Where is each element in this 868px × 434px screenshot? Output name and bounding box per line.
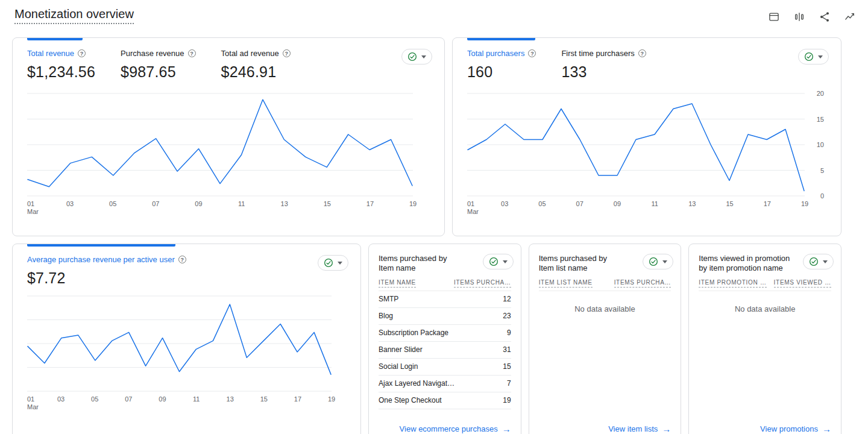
x-tick-label: 03 — [501, 200, 508, 208]
x-axis-labels: 01 Mar030507091113151719 — [467, 197, 826, 215]
comparison-icon — [793, 11, 805, 23]
table-header: ITEM LIST NAME ITEMS PURCHA… — [539, 279, 671, 291]
arrow-right-icon: → — [662, 424, 671, 433]
chevron-down-icon — [421, 55, 426, 58]
data-quality-indicator[interactable] — [803, 254, 834, 269]
help-icon[interactable] — [178, 256, 186, 263]
page-title: Monetization overview — [14, 7, 134, 24]
table-body: SMTP12 Blog23 Subscription Package9 Bann… — [379, 291, 511, 409]
selected-metric-indicator — [27, 38, 83, 40]
metric-tab-total-ad-revenue[interactable]: Total ad revenue $246.91 — [221, 49, 291, 81]
metric-value: $1,234.56 — [27, 63, 95, 81]
card-header: Items viewed in promotion by item promot… — [689, 244, 841, 273]
line-chart-plot — [467, 93, 805, 197]
check-circle-icon — [324, 258, 333, 268]
x-tick-label: 19 — [328, 395, 335, 403]
total-revenue-card: Total revenue $1,234.56 Purchase revenue… — [12, 37, 445, 236]
item-value: 9 — [507, 329, 511, 337]
x-tick-label: 03 — [57, 395, 64, 403]
selected-metric-indicator — [27, 244, 175, 247]
column-header-item-list-name[interactable]: ITEM LIST NAME — [539, 279, 593, 288]
y-tick-label: 10 — [817, 141, 824, 148]
data-quality-indicator[interactable] — [401, 49, 432, 64]
x-tick-label: 05 — [538, 200, 546, 208]
data-quality-indicator[interactable] — [643, 254, 673, 269]
column-header-item-name[interactable]: ITEM NAME — [379, 279, 416, 288]
view-promotions-link[interactable]: View promotions → — [760, 424, 831, 433]
metric-label-text: Total ad revenue — [221, 49, 279, 58]
item-name: SMTP — [379, 295, 398, 303]
table-row: Ajax Layered Navigat…7 — [379, 376, 511, 392]
help-icon[interactable] — [528, 49, 536, 57]
metric-label: Total purchasers — [467, 49, 536, 58]
x-tick-label: 13 — [688, 200, 696, 208]
help-icon[interactable] — [188, 49, 196, 57]
x-tick-label: 11 — [651, 200, 658, 208]
metric-label-text: Average purchase revenue per active user — [27, 255, 175, 264]
table-row: One Step Checkout19 — [379, 392, 511, 409]
avg-revenue-line-chart: 01 Mar030507091113151719 — [27, 295, 346, 410]
column-header-item-promotion[interactable]: ITEM PROMOTION … — [699, 279, 766, 288]
purchasers-line-chart: 20151050 01 Mar030507091113151719 — [467, 93, 826, 215]
help-icon[interactable] — [78, 49, 86, 57]
x-tick-label: 11 — [193, 395, 200, 403]
card-header: Items purchased by Item list name — [529, 244, 681, 273]
metric-tab-first-time-purchasers[interactable]: First time purchasers 133 — [561, 49, 646, 81]
metric-tabs: Average purchase revenue per active user… — [13, 244, 360, 287]
help-icon[interactable] — [283, 49, 291, 57]
metric-tabs: Total revenue $1,234.56 Purchase revenue… — [13, 38, 444, 81]
card-title-line: Items purchased by — [379, 254, 475, 263]
comparison-button[interactable] — [791, 8, 808, 25]
column-header-items-purchased[interactable]: ITEMS PURCHA… — [454, 279, 511, 288]
column-header-items-viewed[interactable]: ITEMS VIEWED … — [774, 279, 831, 288]
share-button[interactable] — [816, 8, 833, 25]
x-axis-labels: 01 Mar030507091113151719 — [27, 197, 430, 215]
y-tick-label: 20 — [817, 90, 824, 97]
table-header: ITEM NAME ITEMS PURCHA… — [379, 279, 511, 291]
metric-label-text: Total revenue — [27, 49, 74, 58]
metric-tab-purchase-revenue[interactable]: Purchase revenue $987.65 — [121, 49, 196, 81]
items-by-item-list-card: Items purchased by Item list name ITEM L… — [529, 244, 682, 434]
x-tick-label: 15 — [260, 395, 268, 403]
data-quality-indicator[interactable] — [798, 49, 829, 64]
items-by-promotion-card: Items viewed in promotion by item promot… — [688, 244, 841, 434]
item-name: Social Login — [379, 362, 418, 371]
item-name: Blog — [379, 312, 393, 320]
item-name: One Step Checkout — [379, 396, 442, 404]
card-title-line: Item list name — [539, 263, 635, 273]
x-tick-label: 19 — [409, 200, 417, 208]
metric-tab-avg-purchase-revenue[interactable]: Average purchase revenue per active user… — [27, 255, 186, 287]
x-tick-label: 01 Mar — [467, 200, 479, 216]
metric-value: $7.72 — [27, 269, 186, 287]
link-label: View item lists — [608, 424, 658, 433]
item-value: 7 — [507, 379, 511, 388]
card-title-line: Items viewed in promotion — [699, 254, 795, 263]
metric-tab-total-revenue[interactable]: Total revenue $1,234.56 — [27, 49, 95, 81]
metric-label-text: First time purchasers — [561, 49, 634, 58]
x-tick-label: 05 — [91, 395, 98, 403]
view-ecommerce-purchases-link[interactable]: View ecommerce purchases → — [400, 424, 511, 433]
items-by-item-name-card: Items purchased by Item name ITEM NAME I… — [368, 244, 521, 434]
check-circle-icon — [804, 52, 814, 61]
metric-label: Purchase revenue — [121, 49, 196, 58]
x-tick-label: 13 — [281, 200, 288, 208]
card-view-button[interactable] — [766, 8, 782, 25]
metric-label: First time purchasers — [561, 49, 646, 58]
metric-tab-total-purchasers[interactable]: Total purchasers 160 — [467, 49, 536, 81]
data-quality-indicator[interactable] — [483, 254, 514, 269]
x-tick-label: 11 — [238, 200, 245, 208]
card-title-line: Items purchased by — [539, 254, 635, 263]
table-row: Banner Slider31 — [379, 342, 511, 359]
check-circle-icon — [489, 257, 498, 266]
column-header-items-purchased[interactable]: ITEMS PURCHA… — [614, 279, 671, 288]
item-value: 12 — [503, 295, 511, 303]
view-item-lists-link[interactable]: View item lists → — [608, 424, 671, 433]
link-label: View promotions — [760, 424, 818, 433]
help-icon[interactable] — [638, 49, 646, 57]
table-header: ITEM PROMOTION … ITEMS VIEWED … — [699, 279, 831, 291]
item-name: Ajax Layered Navigat… — [379, 379, 454, 388]
arrow-right-icon: → — [822, 424, 831, 433]
arrow-right-icon: → — [502, 424, 511, 433]
data-quality-indicator[interactable] — [318, 255, 348, 271]
insights-button[interactable] — [841, 8, 858, 25]
